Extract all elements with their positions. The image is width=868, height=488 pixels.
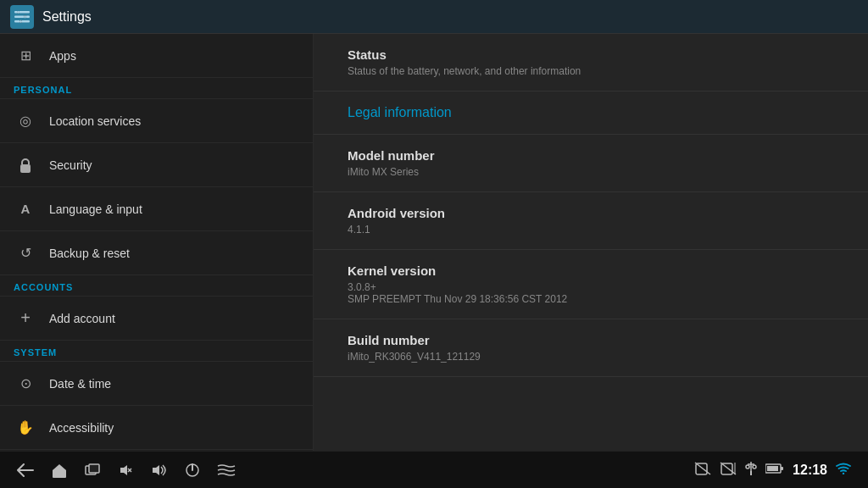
datetime-label: Date & time (49, 377, 111, 391)
menu-button[interactable] (217, 464, 236, 476)
build-section[interactable]: Build number iMito_RK3066_V411_121129 (314, 319, 868, 377)
svg-rect-9 (20, 164, 31, 173)
sidebar-item-datetime[interactable]: ⊙ Date & time (0, 362, 313, 406)
apps-label: Apps (49, 49, 76, 63)
status-title: Status (348, 47, 834, 62)
sidebar-item-security[interactable]: Security (0, 143, 313, 187)
android-section[interactable]: Android version 4.1.1 (314, 192, 868, 250)
accessibility-label: Accessibility (49, 421, 114, 435)
sidebar-item-language[interactable]: A Language & input (0, 187, 313, 231)
status-section: Status Status of the battery, network, a… (314, 34, 868, 92)
back-button[interactable] (17, 463, 34, 477)
model-title: Model number (348, 148, 834, 163)
build-value: iMito_RK3066_V411_121129 (348, 351, 834, 363)
title-bar: Settings (0, 0, 868, 34)
svg-point-26 (753, 465, 756, 469)
language-icon: A (14, 197, 37, 221)
page-title: Settings (42, 9, 92, 25)
security-label: Security (49, 158, 92, 172)
location-icon: ◎ (14, 109, 37, 133)
power-button[interactable] (185, 463, 200, 478)
content-area: Status Status of the battery, network, a… (314, 34, 868, 451)
sidebar: ⊞ Apps PERSONAL ◎ Location services Secu… (0, 34, 314, 451)
recents-button[interactable] (85, 463, 100, 477)
sidebar-item-backup[interactable]: ↺ Backup & reset (0, 231, 313, 275)
wifi-icon (836, 463, 851, 477)
svg-point-25 (746, 465, 749, 469)
backup-label: Backup & reset (49, 247, 130, 260)
apps-icon: ⊞ (14, 44, 37, 68)
time-display: 12:18 (793, 463, 827, 478)
build-title: Build number (348, 333, 834, 347)
accounts-section-header: ACCOUNTS (0, 275, 313, 297)
add-account-item[interactable]: + Add account (0, 297, 313, 341)
no-sim-icon (694, 462, 711, 478)
main-area: ⊞ Apps PERSONAL ◎ Location services Secu… (0, 34, 868, 451)
svg-rect-11 (89, 464, 99, 473)
kernel-section[interactable]: Kernel version 3.0.8+ SMP PREEMPT Thu No… (314, 250, 868, 319)
system-section-header: SYSTEM (0, 341, 313, 362)
add-account-label: Add account (49, 312, 115, 325)
model-value: iMito MX Series (348, 166, 834, 178)
usb-icon (745, 461, 757, 479)
legal-header: Legal information (314, 92, 868, 135)
kernel-value: 3.0.8+ SMP PREEMPT Thu Nov 29 18:36:56 C… (348, 281, 834, 305)
add-icon: + (14, 307, 37, 330)
status-area: 12:18 (694, 461, 851, 479)
model-section[interactable]: Model number iMito MX Series (314, 135, 868, 192)
sidebar-item-apps[interactable]: ⊞ Apps (0, 34, 313, 78)
lock-icon (14, 153, 37, 177)
kernel-title: Kernel version (348, 263, 834, 278)
svg-rect-1 (14, 15, 30, 18)
home-button[interactable] (51, 463, 68, 478)
svg-point-8 (19, 19, 22, 22)
accessibility-icon: ✋ (14, 416, 37, 440)
volume-down-button[interactable] (117, 463, 134, 477)
android-title: Android version (348, 206, 834, 220)
svg-marker-12 (120, 465, 127, 475)
svg-rect-0 (14, 11, 30, 14)
location-label: Location services (49, 114, 141, 128)
battery-icon (765, 463, 784, 477)
backup-icon: ↺ (14, 241, 37, 265)
svg-line-22 (721, 463, 736, 474)
android-value: 4.1.1 (348, 224, 834, 236)
status-subtitle: Status of the battery, network, and othe… (348, 65, 834, 77)
language-label: Language & input (49, 202, 142, 216)
clock-icon: ⊙ (14, 372, 37, 396)
settings-icon (10, 5, 34, 29)
svg-rect-28 (781, 467, 783, 470)
sidebar-item-location[interactable]: ◎ Location services (0, 99, 313, 143)
bottom-bar: 12:18 (0, 451, 868, 488)
sidebar-item-accessibility[interactable]: ✋ Accessibility (0, 406, 313, 450)
volume-up-button[interactable] (151, 463, 168, 477)
no-signal-icon (720, 462, 737, 478)
personal-section-header: PERSONAL (0, 78, 313, 99)
nav-buttons (17, 463, 236, 478)
svg-line-19 (695, 463, 710, 474)
svg-point-30 (843, 473, 844, 474)
svg-point-7 (24, 15, 26, 18)
svg-marker-15 (153, 465, 159, 475)
svg-rect-29 (767, 466, 778, 471)
